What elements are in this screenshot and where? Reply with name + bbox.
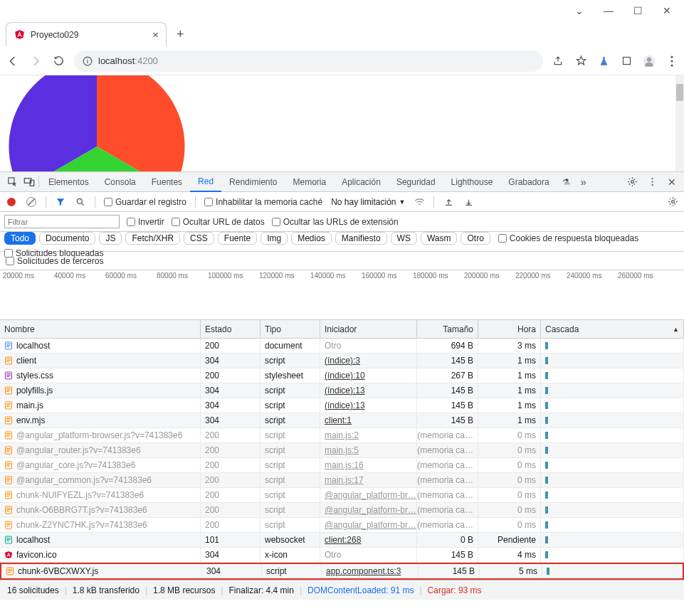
network-settings-icon[interactable] xyxy=(667,196,678,208)
hide-data-urls-checkbox[interactable]: Ocultar URL de datos xyxy=(172,217,265,227)
new-tab-button[interactable]: + xyxy=(177,27,184,42)
request-initiator[interactable]: (índice):10 xyxy=(320,368,417,383)
devtools-tab-red[interactable]: Red xyxy=(190,172,221,192)
network-row[interactable]: chunk-NUIFYEZL.js?v=741383e6200script@an… xyxy=(0,488,684,503)
request-initiator[interactable]: client:1 xyxy=(320,413,417,428)
network-row[interactable]: client304script(índice):3145 B1 ms xyxy=(0,354,684,368)
filter-input[interactable] xyxy=(4,215,120,228)
download-har-icon[interactable] xyxy=(463,196,474,208)
request-initiator[interactable]: client:268 xyxy=(320,533,417,547)
menu-kebab-icon[interactable] xyxy=(665,55,678,68)
network-row[interactable]: polyfills.js304script(índice):13145 B1 m… xyxy=(0,383,684,398)
devtools-tab-aplicación[interactable]: Aplicación xyxy=(334,172,389,192)
devtools-tab-elementos[interactable]: Elementos xyxy=(41,172,97,192)
devtools-menu-icon[interactable] xyxy=(644,174,660,190)
request-initiator[interactable]: main.js:5 xyxy=(320,443,417,457)
network-row[interactable]: chunk-Z2YNC7HK.js?v=741383e6200script@an… xyxy=(0,518,684,533)
device-toggle-icon[interactable] xyxy=(21,174,37,190)
window-close-icon[interactable]: ✕ xyxy=(663,5,671,16)
wifi-conditions-icon[interactable] xyxy=(414,196,425,208)
col-header-time[interactable]: Hora xyxy=(478,320,541,338)
network-row[interactable]: @angular_router.js?v=741383e6200scriptma… xyxy=(0,443,684,458)
browser-tab[interactable]: Proyecto029 × xyxy=(6,22,167,46)
clear-button[interactable] xyxy=(26,196,37,208)
forward-button[interactable] xyxy=(28,54,43,68)
search-icon[interactable] xyxy=(75,196,86,208)
col-header-type[interactable]: Tipo xyxy=(261,320,320,338)
flask-icon[interactable] xyxy=(597,55,610,68)
request-initiator[interactable]: app.component.ts:3 xyxy=(322,564,419,578)
devtools-tab-consola[interactable]: Consola xyxy=(97,172,144,192)
throttling-select[interactable]: No hay limitación▼ xyxy=(331,197,405,207)
request-initiator[interactable]: (índice):13 xyxy=(320,383,417,398)
inspect-element-icon[interactable] xyxy=(4,174,20,190)
invert-checkbox[interactable]: Invertir xyxy=(127,217,164,227)
third-party-checkbox[interactable]: Solicitudes de terceros xyxy=(6,256,103,266)
devtools-tab-rendimiento[interactable]: Rendimiento xyxy=(221,172,285,192)
network-row[interactable]: favicon.ico304x-iconOtro145 B4 ms xyxy=(0,548,684,563)
col-header-waterfall[interactable]: Cascada▲ xyxy=(541,320,684,338)
request-initiator[interactable]: Otro xyxy=(320,548,417,562)
share-icon[interactable] xyxy=(552,55,564,68)
tab-close-icon[interactable]: × xyxy=(152,28,159,41)
type-filter-css[interactable]: CSS xyxy=(184,232,214,245)
network-row[interactable]: styles.css200stylesheet(índice):10267 B1… xyxy=(0,368,684,383)
network-row[interactable]: localhost200documentOtro694 B3 ms xyxy=(0,339,684,354)
network-row[interactable]: chunk-6VBCXWXY.js304scriptapp.component.… xyxy=(0,563,684,580)
devtools-tab-grabadora[interactable]: Grabadora xyxy=(500,172,557,192)
col-header-initiator[interactable]: Iniciador xyxy=(320,320,417,338)
devtools-tab-lighthouse[interactable]: Lighthouse xyxy=(443,172,501,192)
type-filter-otro[interactable]: Otro xyxy=(461,232,490,245)
type-filter-img[interactable]: Img xyxy=(261,232,288,245)
scrollbar-thumb[interactable] xyxy=(676,84,683,101)
profile-avatar-icon[interactable] xyxy=(643,55,656,68)
bookmark-star-icon[interactable] xyxy=(574,55,587,68)
type-filter-manifiesto[interactable]: Manifiesto xyxy=(335,232,387,245)
extensions-icon[interactable] xyxy=(620,55,633,68)
upload-har-icon[interactable] xyxy=(443,196,454,208)
filter-funnel-icon[interactable] xyxy=(55,196,66,208)
request-initiator[interactable]: main.js:2 xyxy=(320,428,417,442)
request-initiator[interactable]: main.js:16 xyxy=(320,458,417,472)
request-initiator[interactable]: (índice):13 xyxy=(320,398,417,413)
disable-cache-checkbox[interactable]: Inhabilitar la memoria caché xyxy=(204,197,322,207)
settings-gear-icon[interactable] xyxy=(624,174,640,190)
col-header-status[interactable]: Estado xyxy=(201,320,261,338)
type-filter-medios[interactable]: Medios xyxy=(291,232,332,245)
network-timeline[interactable]: 20000 ms40000 ms60000 ms80000 ms100000 m… xyxy=(0,270,684,320)
network-row[interactable]: env.mjs304scriptclient:1145 B1 ms xyxy=(0,413,684,428)
type-filter-documento[interactable]: Documento xyxy=(39,232,95,245)
hide-extension-urls-checkbox[interactable]: Ocultar las URLs de extensión xyxy=(272,217,399,227)
type-filter-ws[interactable]: WS xyxy=(391,232,417,245)
network-row[interactable]: @angular_core.js?v=741383e6200scriptmain… xyxy=(0,458,684,473)
devtools-close-icon[interactable]: ✕ xyxy=(664,174,680,190)
site-info-icon[interactable] xyxy=(83,56,93,66)
back-button[interactable] xyxy=(6,54,20,68)
network-row[interactable]: @angular_common.js?v=741383e6200scriptma… xyxy=(0,473,684,488)
request-initiator[interactable]: @angular_platform-br… xyxy=(320,488,417,502)
network-row[interactable]: @angular_platform-browser.js?v=741383e62… xyxy=(0,428,684,443)
request-initiator[interactable]: @angular_platform-br… xyxy=(320,518,417,532)
type-filter-wasm[interactable]: Wasm xyxy=(421,232,458,245)
window-dropdown-icon[interactable]: ⌄ xyxy=(575,5,584,16)
url-bar[interactable]: localhost:4200 xyxy=(74,51,543,72)
request-initiator[interactable]: main.js:17 xyxy=(320,473,417,487)
reload-button[interactable] xyxy=(51,54,65,68)
preserve-log-checkbox[interactable]: Guardar el registro xyxy=(104,197,186,207)
col-header-name[interactable]: Nombre xyxy=(0,320,201,338)
request-initiator[interactable]: (índice):3 xyxy=(320,354,417,368)
network-row[interactable]: localhost101websocketclient:2680 BPendie… xyxy=(0,533,684,548)
more-tabs-icon[interactable]: » xyxy=(576,174,591,190)
blocked-cookies-checkbox[interactable]: Cookies de respuesta bloqueadas xyxy=(498,233,638,243)
devtools-tab-memoria[interactable]: Memoria xyxy=(285,172,334,192)
request-initiator[interactable]: Otro xyxy=(320,339,417,353)
type-filter-js[interactable]: JS xyxy=(99,232,122,245)
record-button[interactable] xyxy=(6,196,17,208)
window-maximize-icon[interactable]: ☐ xyxy=(633,5,643,16)
type-filter-fuente[interactable]: Fuente xyxy=(218,232,257,245)
network-row[interactable]: main.js304script(índice):13145 B1 ms xyxy=(0,398,684,413)
page-scrollbar[interactable] xyxy=(675,75,684,171)
devtools-tab-fuentes[interactable]: Fuentes xyxy=(144,172,190,192)
network-row[interactable]: chunk-O6BBRG7T.js?v=741383e6200script@an… xyxy=(0,503,684,518)
request-initiator[interactable]: @angular_platform-br… xyxy=(320,503,417,517)
